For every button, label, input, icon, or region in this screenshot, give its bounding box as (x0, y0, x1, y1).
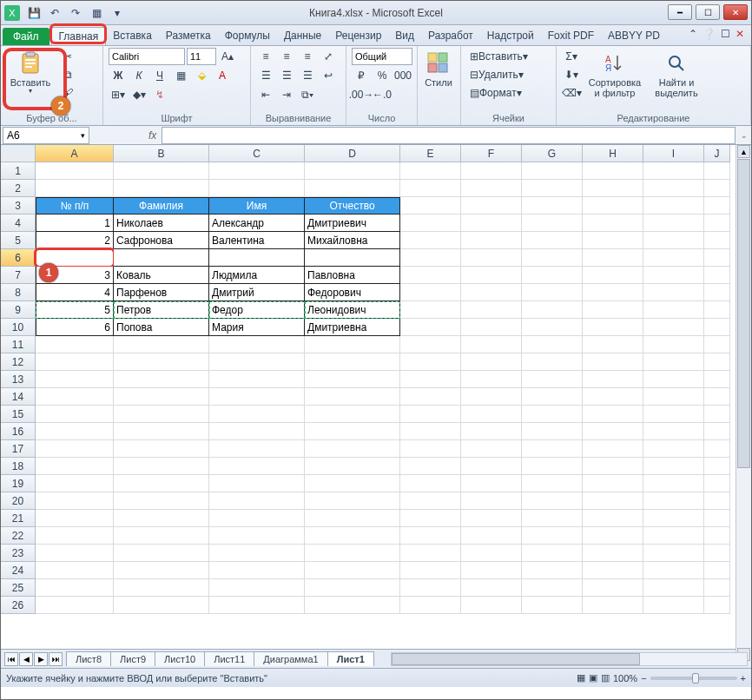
cell[interactable] (643, 301, 704, 319)
cell[interactable] (36, 458, 114, 475)
cell[interactable] (704, 545, 730, 562)
cell[interactable]: Мария (209, 319, 305, 336)
qat-dropdown-icon[interactable]: ▾ (109, 4, 126, 22)
cell[interactable] (461, 267, 522, 284)
cell[interactable] (400, 215, 461, 232)
currency-button[interactable]: ₽ (352, 67, 371, 84)
cell[interactable] (209, 336, 305, 353)
ribbon-tab-4[interactable]: Данные (277, 27, 328, 45)
cell[interactable] (583, 180, 643, 197)
qat-redo[interactable]: ↷ (67, 4, 84, 22)
row-header[interactable]: 14 (1, 388, 36, 406)
row-header[interactable]: 2 (1, 180, 36, 197)
cell[interactable] (704, 267, 730, 284)
orientation-button[interactable]: ⤢ (319, 48, 338, 65)
cell[interactable] (36, 475, 114, 492)
column-header[interactable]: B (114, 145, 209, 162)
cell[interactable] (522, 388, 583, 406)
cell[interactable] (36, 336, 114, 353)
cell[interactable] (305, 180, 400, 197)
cell[interactable] (461, 162, 522, 180)
ribbon-tab-9[interactable]: Foxit PDF (541, 27, 601, 45)
cell[interactable] (583, 475, 643, 492)
fx-icon[interactable]: fx (148, 129, 156, 142)
row-header[interactable]: 11 (1, 336, 36, 353)
cell[interactable] (305, 458, 400, 475)
find-select-button[interactable]: Найти и выделить (649, 48, 704, 100)
cell[interactable] (704, 527, 730, 545)
border-button[interactable]: ▦ (171, 67, 190, 84)
align-left-button[interactable]: ☰ (256, 67, 275, 84)
row-header[interactable]: 1 (1, 162, 36, 180)
row-header[interactable]: 19 (1, 475, 36, 492)
cell[interactable] (305, 388, 400, 406)
select-all-corner[interactable] (1, 145, 36, 162)
vertical-scrollbar[interactable]: ▲ ▼ (736, 145, 751, 661)
cell[interactable]: Фамилия (114, 197, 209, 215)
zoom-level[interactable]: 100% (613, 673, 637, 683)
vscroll-thumb[interactable] (737, 159, 750, 468)
cell[interactable] (305, 579, 400, 597)
cell[interactable] (522, 215, 583, 232)
comma-button[interactable]: 000 (393, 67, 412, 84)
cell[interactable] (36, 353, 114, 371)
align-top-button[interactable]: ≡ (256, 48, 275, 65)
cell[interactable] (209, 388, 305, 406)
cell[interactable] (461, 545, 522, 562)
cell[interactable] (461, 284, 522, 301)
cell[interactable] (305, 336, 400, 353)
sheet-tab[interactable]: Лист10 (155, 651, 205, 666)
sort-filter-button[interactable]: АЯ Сортировка и фильтр (584, 48, 645, 100)
row-header[interactable]: 9 (1, 301, 36, 319)
cell[interactable]: Парфенов (114, 284, 209, 301)
cell[interactable] (583, 249, 643, 267)
cell[interactable] (400, 492, 461, 510)
cell[interactable] (461, 458, 522, 475)
cell[interactable] (209, 249, 305, 267)
cell[interactable]: Петров (114, 301, 209, 319)
cell[interactable] (305, 545, 400, 562)
cell[interactable] (643, 371, 704, 388)
qat-more[interactable]: ▦ (88, 4, 105, 22)
cell[interactable] (114, 597, 209, 614)
cell[interactable] (461, 319, 522, 336)
cell[interactable] (461, 353, 522, 371)
cell[interactable] (461, 579, 522, 597)
cell[interactable] (209, 180, 305, 197)
cell[interactable] (583, 388, 643, 406)
cell[interactable]: Отчество (305, 197, 400, 215)
align-center-button[interactable]: ☰ (277, 67, 296, 84)
cell[interactable] (114, 180, 209, 197)
cell[interactable] (643, 249, 704, 267)
cell[interactable]: Александр (209, 215, 305, 232)
ribbon-tab-6[interactable]: Вид (388, 27, 421, 45)
cell[interactable] (400, 475, 461, 492)
cell[interactable] (36, 545, 114, 562)
cell[interactable] (583, 267, 643, 284)
underline-button[interactable]: Ч (150, 67, 169, 84)
cell[interactable] (36, 388, 114, 406)
cell[interactable] (461, 406, 522, 423)
cell[interactable] (400, 353, 461, 371)
cell[interactable] (400, 423, 461, 440)
cell[interactable] (400, 284, 461, 301)
cell[interactable] (36, 371, 114, 388)
column-header[interactable]: A (36, 145, 114, 162)
row-header[interactable]: 26 (1, 597, 36, 614)
ribbon-tab-2[interactable]: Разметка (159, 27, 218, 45)
cell[interactable] (522, 301, 583, 319)
autosum-button[interactable]: Σ▾ (562, 48, 581, 65)
cell[interactable] (461, 336, 522, 353)
cell[interactable] (522, 180, 583, 197)
cell[interactable] (400, 597, 461, 614)
cell[interactable] (114, 562, 209, 579)
cell[interactable] (305, 475, 400, 492)
cell[interactable] (522, 492, 583, 510)
cell[interactable] (522, 162, 583, 180)
row-header[interactable]: 21 (1, 510, 36, 527)
cell[interactable] (704, 180, 730, 197)
cell[interactable] (461, 388, 522, 406)
cell[interactable]: Имя (209, 197, 305, 215)
cell[interactable] (400, 319, 461, 336)
cell[interactable] (522, 527, 583, 545)
